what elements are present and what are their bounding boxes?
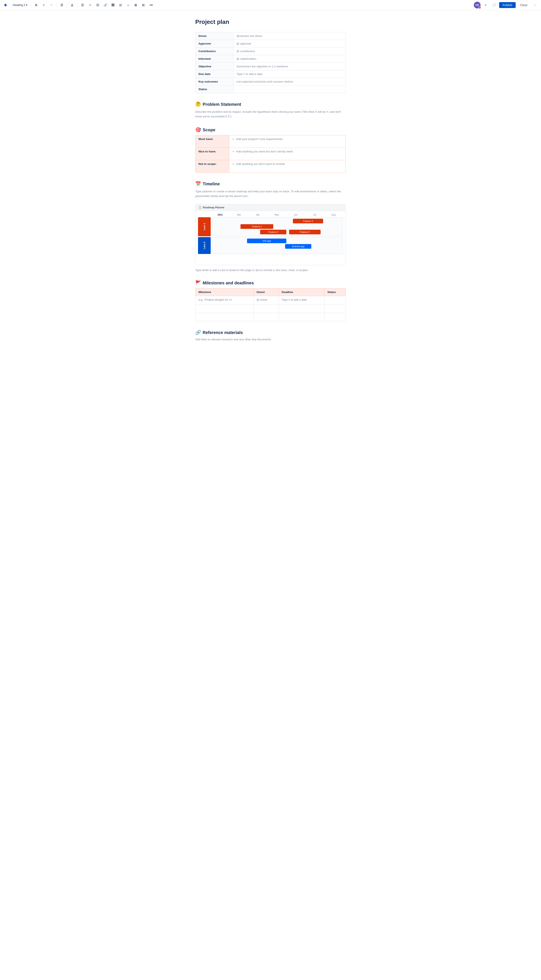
reference-desc: Add links to relevant research and any o… [195, 338, 346, 341]
milestone-col-header: Milestone [195, 288, 254, 296]
scope-emoji: 🎯 [195, 127, 201, 132]
toolbar-divider-3 [67, 3, 67, 8]
gantt-months: 2021 Mar Apr May Jun Jul Aug [211, 213, 343, 216]
gantt-lane-1: Lane 1 Feature 3 Feature 1 Feature 2 Fea… [198, 217, 343, 236]
link-button[interactable]: 🔗 [102, 2, 109, 8]
page-content: Project plan Driver @mention the driver … [190, 10, 351, 358]
layout-button[interactable]: ⊟ [140, 2, 147, 8]
scope-value-1: Add anything you want but don't strictly… [229, 148, 346, 160]
milestone-row-1 [195, 304, 346, 313]
info-row-5: Due date Type // to add a date [195, 70, 346, 78]
feature-2-bar: Feature 2 [260, 230, 286, 234]
deadline-cell-0: Type // to add a date [279, 296, 324, 304]
milestone-row-2 [195, 313, 346, 321]
more-options-button[interactable]: ··· [532, 2, 538, 8]
image-button[interactable]: 🖼 [110, 2, 116, 8]
info-row-1: Approver @ approver [195, 40, 346, 48]
scope-label-1: Nice to have: [195, 148, 229, 160]
deadline-cell-1 [279, 304, 324, 313]
avatar[interactable]: CK [474, 2, 480, 8]
milestone-row-0: e.g., Finalize designs for v1 @ owner Ty… [195, 296, 346, 304]
info-value-3: @ stakeholders [233, 55, 346, 63]
roadmap-body: 2021 Mar Apr May Jun Jul Aug Lane 1 Feat… [195, 211, 346, 265]
app-logo[interactable] [3, 2, 8, 8]
scope-row-1: Nice to have: Add anything you want but … [195, 148, 346, 160]
info-row-4: Objective Summarize the objective in 1-2… [195, 63, 346, 70]
info-value-5: Type // to add a date [233, 70, 346, 78]
text-color-button[interactable]: A [69, 2, 75, 8]
align-button[interactable]: ☰ [58, 2, 65, 8]
gantt-month-may: May [267, 213, 286, 216]
info-row-2: Contributors @ contributors [195, 48, 346, 55]
milestone-cell-1 [195, 304, 254, 313]
status-cell-0 [324, 296, 346, 304]
document-options-button[interactable]: 📄 [491, 2, 498, 8]
reference-heading: 🔗 Reference materials [195, 330, 346, 335]
scope-row-0: Must have: Add your project's core requi… [195, 135, 346, 148]
lane-2-label: Lane 2 [198, 237, 211, 254]
roadmap-icon: 📋 [198, 206, 202, 209]
scope-value-0: Add your project's core requirements [229, 135, 346, 148]
milestone-cell-0: e.g., Finalize designs for v1 [195, 296, 254, 304]
scope-row-2: Not in scope: Add anything you don't wan… [195, 160, 346, 173]
timeline-emoji: 📅 [195, 181, 201, 187]
gantt-month-aug: Aug [324, 213, 343, 216]
ios-app-bar: iOS app [247, 239, 286, 243]
timeline-desc: Type /planner to create a visual roadmap… [195, 189, 346, 198]
numbered-list-button[interactable]: ≡ [87, 2, 93, 8]
info-value-7 [233, 86, 346, 93]
owner-cell-1 [254, 304, 279, 313]
page-title: Project plan [195, 19, 346, 25]
android-app-bar: Android app [285, 244, 311, 249]
task-list-button[interactable]: ☑ [94, 2, 101, 8]
publish-button[interactable]: Publish [499, 2, 515, 8]
mention-button[interactable]: @ [117, 2, 124, 8]
more-format-button[interactable]: ··· [48, 2, 55, 8]
info-row-6: Key outcomes List expected outcomes and … [195, 78, 346, 86]
gantt-chart: 2021 Mar Apr May Jun Jul Aug Lane 1 Feat… [198, 213, 343, 262]
info-label-4: Objective [195, 63, 233, 70]
deadline-cell-2 [279, 313, 324, 321]
milestone-header-row: Milestone Owner Deadline Status [195, 288, 346, 296]
toolbar-divider-2 [56, 3, 57, 8]
deadline-col-header: Deadline [279, 288, 324, 296]
italic-button[interactable]: I [40, 2, 47, 8]
bold-button[interactable]: B [33, 2, 40, 8]
info-label-7: Status [195, 86, 233, 93]
chevron-down-icon: ▾ [26, 3, 27, 6]
lane-1-area: Feature 3 Feature 1 Feature 2 Feature 4 [212, 217, 343, 236]
insert-more-button[interactable]: +▾ [147, 2, 154, 8]
scope-label-2: Not in scope: [195, 160, 229, 173]
bullet-list-button[interactable]: ☰ [79, 2, 86, 8]
feature-4-bar: Feature 4 [289, 230, 321, 234]
info-value-4: Summarize the objective in 1-2 sentence [233, 63, 346, 70]
feature-3-bar: Feature 3 [293, 219, 323, 223]
gantt-lane-2: Lane 2 iOS app Android app [198, 237, 343, 254]
feature-1-bar: Feature 1 [241, 224, 273, 229]
info-row-0: Driver @mention the driver [195, 32, 346, 40]
scope-label-0: Must have: [195, 135, 229, 148]
timeline-heading: 📅 Timeline [195, 181, 346, 187]
info-label-1: Approver [195, 40, 233, 48]
problem-emoji: 🤔 [195, 102, 201, 107]
info-row-3: Informed @ stakeholders [195, 55, 346, 63]
toolbar: Heading 2 ▾ B I ··· ☰ A ☰ ≡ ☑ 🔗 🖼 @ ☺ ⊞ [0, 0, 541, 10]
info-label-2: Contributors [195, 48, 233, 55]
emoji-button[interactable]: ☺ [124, 2, 131, 8]
close-button[interactable]: Close [517, 2, 530, 8]
table-button[interactable]: ⊞ [132, 2, 139, 8]
heading-dropdown[interactable]: Heading 2 ▾ [11, 3, 29, 7]
gantt-spacer [198, 254, 343, 262]
milestones-heading: 🚩 Milestones and deadlines [195, 280, 346, 286]
heading-label: Heading 2 [13, 3, 25, 6]
add-collaborator-button[interactable]: + [482, 2, 489, 8]
gantt-month-jun: Jun [286, 213, 305, 216]
milestone-cell-2 [195, 313, 254, 321]
toolbar-right: CK + 📄 Publish Close ··· [474, 2, 538, 8]
status-cell-1 [324, 304, 346, 313]
milestone-table: Milestone Owner Deadline Status e.g., Fi… [195, 288, 346, 321]
owner-col-header: Owner [254, 288, 279, 296]
reference-emoji: 🔗 [195, 330, 201, 335]
milestones-emoji: 🚩 [195, 280, 201, 286]
gantt-month-apr: Apr [249, 213, 267, 216]
